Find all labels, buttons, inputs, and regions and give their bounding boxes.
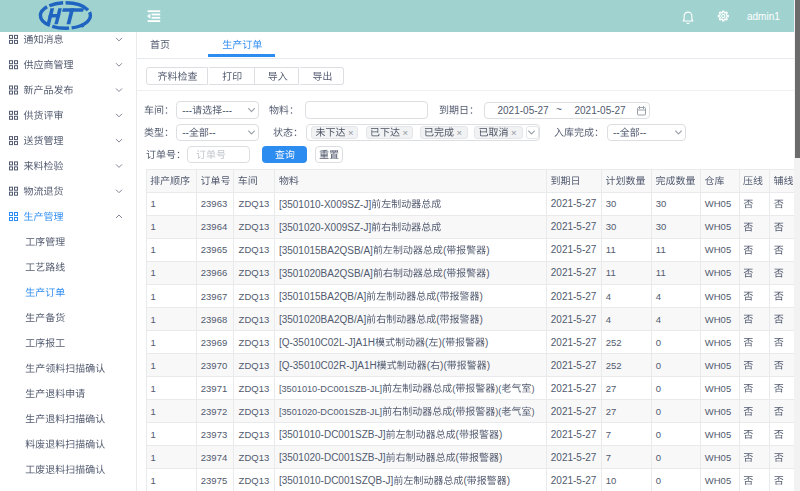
svg-text:2021-5-27: 2021-5-27: [551, 198, 597, 209]
svg-text:2021-5-27: 2021-5-27: [551, 475, 597, 486]
svg-text:23963: 23963: [201, 198, 227, 209]
svg-text:admin1: admin1: [747, 11, 780, 22]
svg-text:30: 30: [606, 221, 617, 232]
svg-text:): ): [486, 268, 489, 279]
svg-text:[3501020-DC001SZB-JL]: [3501020-DC001SZB-JL]: [279, 407, 382, 417]
svg-text:2021-5-27: 2021-5-27: [551, 267, 597, 278]
svg-text:): ): [531, 384, 534, 394]
svg-text:1: 1: [150, 244, 155, 255]
svg-text:×: ×: [403, 127, 409, 138]
svg-text:4: 4: [606, 314, 611, 325]
svg-text:ZDQ13: ZDQ13: [239, 221, 270, 232]
svg-text:ZDQ13: ZDQ13: [239, 291, 270, 302]
svg-text:252: 252: [606, 360, 622, 371]
svg-text:1: 1: [150, 383, 155, 394]
svg-text:10: 10: [606, 475, 617, 486]
svg-text:(: (: [425, 337, 429, 348]
svg-text:0: 0: [656, 337, 661, 348]
svg-text:): ): [499, 452, 502, 463]
svg-text:ZDQ13: ZDQ13: [239, 360, 270, 371]
svg-text:2021-5-27: 2021-5-27: [551, 429, 597, 440]
svg-text:×: ×: [457, 127, 463, 138]
svg-text:7: 7: [606, 452, 611, 463]
svg-text:23972: 23972: [201, 406, 227, 417]
svg-text:WH05: WH05: [705, 244, 731, 255]
svg-text:1: 1: [150, 452, 155, 463]
svg-text:): ): [499, 429, 502, 440]
svg-text:)(: )(: [440, 360, 447, 371]
svg-text:WH05: WH05: [705, 475, 731, 486]
svg-text:WH05: WH05: [705, 429, 731, 440]
svg-text:4: 4: [606, 291, 611, 302]
svg-text:1: 1: [150, 475, 155, 486]
svg-text:×: ×: [348, 127, 354, 138]
svg-text:[3501010-DC001SZB-JL]: [3501010-DC001SZB-JL]: [279, 384, 382, 394]
svg-text:[3501020BA2QB/A]: [3501020BA2QB/A]: [279, 314, 367, 325]
svg-text:(: (: [436, 291, 440, 302]
svg-text:(: (: [443, 268, 447, 279]
svg-text:)(: )(: [438, 337, 445, 348]
svg-text:[3501010-X009SZ-J]: [3501010-X009SZ-J]: [279, 199, 372, 210]
svg-text:): ): [487, 360, 490, 371]
svg-text:23971: 23971: [201, 383, 227, 394]
svg-text:2021-5-27: 2021-5-27: [551, 452, 597, 463]
svg-text:2021-5-27: 2021-5-27: [551, 314, 597, 325]
svg-text:11: 11: [606, 244, 616, 255]
svg-text:23975: 23975: [201, 475, 227, 486]
svg-text:): ): [480, 314, 483, 325]
svg-text:--: --: [613, 127, 620, 138]
svg-text:30: 30: [606, 198, 617, 209]
svg-text:): ): [507, 475, 510, 486]
svg-text:11: 11: [656, 244, 666, 255]
svg-text:×: ×: [511, 127, 517, 138]
svg-text:0: 0: [656, 452, 661, 463]
svg-text:1: 1: [150, 221, 155, 232]
svg-text:1: 1: [150, 360, 155, 371]
svg-text:1: 1: [150, 337, 155, 348]
svg-text:(: (: [452, 384, 455, 394]
svg-text:[3501010-DC001SZQB-J]: [3501010-DC001SZQB-J]: [279, 475, 394, 486]
svg-text:1: 1: [150, 291, 155, 302]
svg-text:23964: 23964: [201, 221, 227, 232]
svg-text:4: 4: [656, 314, 661, 325]
svg-text:---: ---: [182, 105, 192, 116]
svg-text:30: 30: [656, 221, 667, 232]
svg-text:23973: 23973: [201, 429, 227, 440]
svg-text:1: 1: [150, 429, 155, 440]
svg-text:2021-5-27: 2021-5-27: [551, 221, 597, 232]
svg-text:4: 4: [656, 291, 661, 302]
svg-text:(: (: [456, 429, 460, 440]
svg-text:23974: 23974: [201, 452, 227, 463]
svg-text:[Q-35010C02R-J]A1H: [Q-35010C02R-J]A1H: [279, 360, 377, 371]
svg-text:WH05: WH05: [705, 406, 731, 417]
svg-text:(: (: [436, 314, 440, 325]
svg-text:[3501015BA2QB/A]: [3501015BA2QB/A]: [279, 291, 367, 302]
svg-text:--: --: [209, 127, 216, 138]
svg-text:11: 11: [606, 267, 616, 278]
svg-text:ZDQ13: ZDQ13: [239, 406, 270, 417]
svg-text:ZDQ13: ZDQ13: [239, 314, 270, 325]
svg-text:0: 0: [656, 360, 661, 371]
svg-text:ZDQ13: ZDQ13: [239, 383, 270, 394]
svg-text:): ): [485, 337, 488, 348]
svg-text:WH05: WH05: [705, 267, 731, 278]
svg-text:[3501020-X009SZ-J]: [3501020-X009SZ-J]: [279, 222, 372, 233]
svg-text:WH05: WH05: [705, 291, 731, 302]
svg-text:WH05: WH05: [705, 452, 731, 463]
svg-text:WH05: WH05: [705, 198, 731, 209]
svg-text:): ): [480, 291, 483, 302]
svg-text:ZDQ13: ZDQ13: [239, 267, 270, 278]
svg-text:11: 11: [656, 267, 666, 278]
svg-text:ZDQ13: ZDQ13: [239, 429, 270, 440]
svg-text:ZDQ13: ZDQ13: [239, 244, 270, 255]
svg-text:ZDQ13: ZDQ13: [239, 452, 270, 463]
svg-text:WH05: WH05: [705, 383, 731, 394]
svg-text:7: 7: [606, 429, 611, 440]
svg-text:(: (: [463, 475, 467, 486]
svg-text:): ): [531, 407, 534, 417]
svg-text:0: 0: [656, 406, 661, 417]
svg-text:(: (: [456, 452, 460, 463]
svg-text:2021-05-27: 2021-05-27: [575, 105, 627, 116]
svg-text:WH05: WH05: [705, 314, 731, 325]
svg-text:1: 1: [150, 267, 155, 278]
